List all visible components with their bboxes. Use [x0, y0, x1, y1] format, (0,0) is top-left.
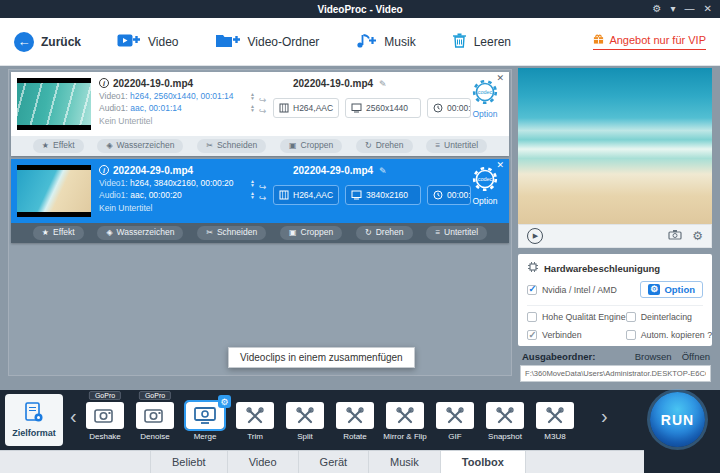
add-music-button[interactable]: Musik	[355, 32, 415, 52]
window-title: VideoProc - Video	[317, 4, 402, 15]
video-track-stepper[interactable]: ▲▼	[250, 92, 255, 100]
rotate-button[interactable]: ↻Drehen	[356, 226, 413, 239]
open-button[interactable]: Öffnen	[682, 351, 710, 362]
crossed-tools-icon	[345, 407, 365, 425]
play-button[interactable]: ▶	[527, 228, 543, 244]
codec-option-button[interactable]: codec Option	[466, 79, 504, 119]
rename-icon[interactable]: ✎	[379, 79, 387, 89]
gift-icon	[593, 33, 604, 47]
remove-clip-icon[interactable]: ✕	[496, 73, 504, 83]
tool-m3u8[interactable]: M3U8	[534, 393, 576, 441]
svg-text:codec: codec	[478, 89, 493, 95]
audio-track-stepper[interactable]: ▲▼	[250, 104, 255, 112]
watermark-button[interactable]: ◈Wasserzeichen	[97, 139, 183, 152]
scroll-left-icon[interactable]: ‹	[70, 406, 77, 426]
add-video-folder-button[interactable]: Video-Ordner	[215, 32, 320, 52]
video-track-value: h264, 2560x1440, 00:01:14	[130, 91, 234, 101]
target-format-button[interactable]: Zielformat	[5, 394, 63, 446]
display-icon	[351, 103, 362, 113]
tool-settings-gear-icon[interactable]: ⚙	[218, 395, 231, 408]
rotate-button[interactable]: ↻Drehen	[356, 139, 413, 152]
vip-offer-link[interactable]: Angebot nur für VIP	[593, 33, 706, 50]
codec-box: H264,AAC	[273, 185, 339, 205]
clear-button[interactable]: Leeren	[452, 32, 511, 52]
add-video-button[interactable]: Video	[117, 32, 178, 52]
rename-icon[interactable]: ✎	[379, 166, 387, 176]
preview-gear-icon[interactable]: ⚙	[692, 229, 703, 243]
audio-track-value: aac, 00:01:14	[130, 103, 182, 113]
deinterlacing-checkbox[interactable]: Deinterlacing	[626, 312, 712, 322]
output-folder-label: Ausgabeordner:	[522, 351, 595, 362]
tab-video[interactable]: Video	[228, 451, 299, 473]
crop-button[interactable]: ▣Croppen	[280, 226, 342, 239]
high-quality-checkbox[interactable]: Hohe Qualität Engine	[527, 312, 626, 322]
crop-button[interactable]: ▣Croppen	[280, 139, 342, 152]
browse-button[interactable]: Browsen	[635, 351, 672, 362]
clip-row[interactable]: i 202204-19-0.mp4 Video1: h264, 2560x144…	[11, 72, 509, 156]
codec-option-button[interactable]: codec Option	[466, 166, 504, 206]
video-track-stepper[interactable]: ▲▼	[250, 179, 255, 187]
subtitle-button[interactable]: ≡Untertitel	[426, 226, 487, 239]
output-format-boxes: H264,AAC 2560x1440 00:00:..	[273, 98, 471, 118]
watermark-button[interactable]: ◈Wasserzeichen	[97, 226, 183, 239]
snapshot-camera-icon[interactable]	[668, 229, 682, 243]
hardware-title: Hardwarebeschleunigung	[544, 263, 660, 274]
hw-accel-checkbox[interactable]: Nvidia / Intel / AMD	[527, 285, 617, 295]
tool-merge[interactable]: ⚙ Merge	[184, 393, 226, 441]
scroll-right-icon[interactable]: ›	[601, 406, 608, 426]
back-button[interactable]: ← Zurück	[14, 32, 81, 52]
effect-button[interactable]: ★Effekt	[33, 226, 84, 239]
watermark-icon: ◈	[106, 229, 112, 238]
clock-icon	[433, 190, 443, 200]
merge-tooltip: Videoclips in einem zusammenfügen	[228, 347, 415, 368]
crossed-tools-icon	[495, 407, 515, 425]
codec-box: H264,AAC	[273, 98, 339, 118]
effect-icon: ★	[42, 142, 49, 151]
back-arrow-icon: ←	[14, 32, 34, 52]
merge-checkbox[interactable]: Verbinden	[527, 330, 626, 340]
clear-label: Leeren	[474, 35, 511, 49]
codec-gear-icon: codec	[472, 166, 498, 192]
add-video-folder-label: Video-Ordner	[248, 35, 320, 49]
close-icon[interactable]: ✕	[704, 4, 712, 14]
run-button[interactable]: RUN	[650, 392, 705, 447]
minimize-icon[interactable]: —	[685, 4, 695, 14]
hw-option-button[interactable]: ⚙ Option	[640, 281, 703, 298]
effect-button[interactable]: ★Effekt	[33, 139, 84, 152]
tool-split[interactable]: Split	[284, 393, 326, 441]
format-document-gear-icon	[24, 402, 44, 426]
tool-gif[interactable]: GIF	[434, 393, 476, 441]
tab-geraet[interactable]: Gerät	[299, 451, 370, 473]
tool-trim[interactable]: Trim	[234, 393, 276, 441]
video-preview[interactable]	[518, 68, 712, 224]
crossed-tools-icon	[445, 407, 465, 425]
output-path-input[interactable]	[520, 365, 711, 382]
watermark-icon: ◈	[106, 142, 112, 151]
tool-rotate[interactable]: Rotate	[334, 393, 376, 441]
back-label: Zurück	[41, 35, 81, 49]
tab-musik[interactable]: Musik	[369, 451, 441, 473]
duration-box: 00:00:..	[427, 185, 471, 205]
subtitle-button[interactable]: ≡Untertitel	[426, 139, 487, 152]
menu-caret-icon[interactable]: ▾	[671, 4, 676, 14]
output-name-text: 202204-29-0.mp4	[293, 165, 373, 176]
subtitle-icon: ≡	[435, 142, 440, 151]
output-name: 202204-29-0.mp4 ✎	[293, 165, 387, 176]
tool-mirror-flip[interactable]: Mirror & Flip	[384, 393, 426, 441]
clip-action-bar: ★Effekt ◈Wasserzeichen ✂Schneiden ▣Cropp…	[11, 136, 509, 156]
tool-snapshot[interactable]: Snapshot	[484, 393, 526, 441]
tool-deshake[interactable]: GoPro Deshake	[84, 393, 126, 441]
tab-toolbox[interactable]: Toolbox	[441, 451, 526, 473]
cut-button[interactable]: ✂Schneiden	[197, 226, 266, 239]
audio-track-label: Audio1:	[99, 190, 128, 200]
auto-copy-checkbox[interactable]: Autom. kopieren ?	[626, 330, 712, 340]
audio-track-stepper[interactable]: ▲▼	[250, 191, 255, 199]
tool-denoise[interactable]: GoPro Denoise	[134, 393, 176, 441]
cut-button[interactable]: ✂Schneiden	[197, 139, 266, 152]
settings-gear-icon[interactable]: ⚙	[653, 4, 662, 14]
remove-clip-icon[interactable]: ✕	[496, 160, 504, 170]
scissors-icon: ✂	[206, 229, 213, 238]
tab-beliebt[interactable]: Beliebt	[150, 451, 228, 473]
clip-row-selected[interactable]: i 202204-29-0.mp4 Video1: h264, 3840x216…	[11, 159, 509, 243]
titlebar: VideoProc - Video ⚙ ▾ — ✕	[0, 0, 720, 18]
